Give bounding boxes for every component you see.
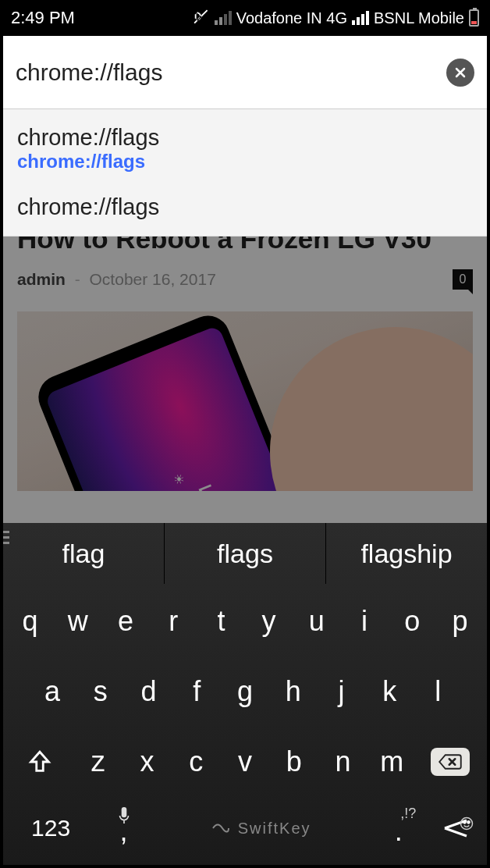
key-j[interactable]: j [319, 659, 364, 724]
svg-point-1 [461, 818, 473, 830]
key-p[interactable]: p [438, 589, 482, 654]
key-w[interactable]: w [55, 589, 100, 654]
carrier-2: BSNL Mobile [374, 9, 464, 27]
keyboard-suggestion[interactable]: flags [165, 523, 326, 584]
key-s[interactable]: s [78, 659, 123, 724]
suggestion-title: chrome://flags [17, 125, 473, 151]
svg-point-3 [467, 821, 469, 823]
key-numbers[interactable]: 123 [8, 799, 94, 857]
backspace-icon [439, 752, 462, 771]
swiftkey-logo-icon [211, 821, 230, 835]
key-x[interactable]: x [124, 729, 170, 795]
signal-icon-1 [215, 11, 232, 25]
key-b[interactable]: b [271, 729, 317, 795]
carrier-1: Vodafone IN 4G [236, 9, 347, 27]
key-v[interactable]: v [222, 729, 268, 795]
mic-icon [117, 807, 131, 824]
key-l[interactable]: l [415, 659, 460, 724]
key-d[interactable]: d [126, 659, 172, 724]
key-period[interactable]: ,!? . [371, 799, 425, 857]
keyboard-brand: SwiftKey [211, 820, 311, 838]
key-k[interactable]: k [367, 659, 412, 724]
keyboard-suggestion-row: flag flags flagship [3, 523, 487, 584]
omnibox-suggestions: chrome://flags chrome://flags chrome://f… [3, 109, 487, 237]
suggestion-title: chrome://flags [17, 194, 473, 220]
key-shift[interactable] [8, 729, 72, 795]
address-input[interactable] [16, 59, 439, 86]
emoji-icon [459, 806, 474, 838]
key-y[interactable]: y [247, 589, 291, 654]
suggestion-url: chrome://flags [17, 151, 473, 173]
symbol-hint: ,!? [400, 806, 416, 822]
cursor-control-icon [3, 531, 9, 576]
keyboard-row-3: z x c v b n m [8, 729, 482, 795]
key-h[interactable]: h [271, 659, 316, 724]
key-q[interactable]: q [8, 589, 52, 654]
status-right: Vodafone IN 4G BSNL Mobile [193, 8, 479, 29]
close-icon [453, 65, 468, 80]
suggestion-item[interactable]: chrome://flags chrome://flags chrome://f… [3, 109, 487, 236]
vibrate-mute-icon [193, 8, 210, 29]
signal-icon-2 [352, 11, 369, 25]
background-page: How to Reboot a Frozen LG V30 admin - Oc… [3, 237, 487, 523]
key-backspace[interactable] [418, 729, 482, 795]
key-n[interactable]: n [320, 729, 366, 795]
keyboard-suggestion[interactable]: flagship [326, 523, 487, 584]
key-e[interactable]: e [103, 589, 147, 654]
key-r[interactable]: r [151, 589, 196, 654]
keyboard-suggestion[interactable]: flag [3, 523, 165, 584]
clear-input-button[interactable] [446, 59, 474, 87]
svg-point-2 [463, 821, 465, 823]
key-c[interactable]: c [173, 729, 219, 795]
key-f[interactable]: f [174, 659, 219, 724]
key-o[interactable]: o [390, 589, 435, 654]
battery-icon [469, 9, 479, 27]
key-a[interactable]: a [30, 659, 75, 724]
keyboard: flag flags flagship q w e r t y u i o p … [3, 523, 487, 865]
shift-icon [27, 749, 53, 775]
key-m[interactable]: m [369, 729, 415, 795]
keyboard-row-4: 123 , SwiftKey ,!? . [8, 799, 482, 857]
keyboard-row-2: a s d f g h j k l [8, 659, 482, 724]
key-u[interactable]: u [294, 589, 339, 654]
key-space[interactable]: SwiftKey [154, 799, 368, 857]
svg-rect-0 [121, 807, 126, 817]
key-t[interactable]: t [199, 589, 243, 654]
key-enter[interactable] [428, 799, 482, 857]
key-comma[interactable]: , [97, 799, 151, 857]
key-g[interactable]: g [222, 659, 268, 724]
status-time: 2:49 PM [11, 8, 75, 28]
omnibox [3, 36, 487, 109]
key-i[interactable]: i [342, 589, 386, 654]
key-z[interactable]: z [75, 729, 121, 795]
keyboard-row-1: q w e r t y u i o p [8, 589, 482, 654]
status-bar: 2:49 PM Vodafone IN 4G BSNL Mobile [3, 0, 487, 36]
